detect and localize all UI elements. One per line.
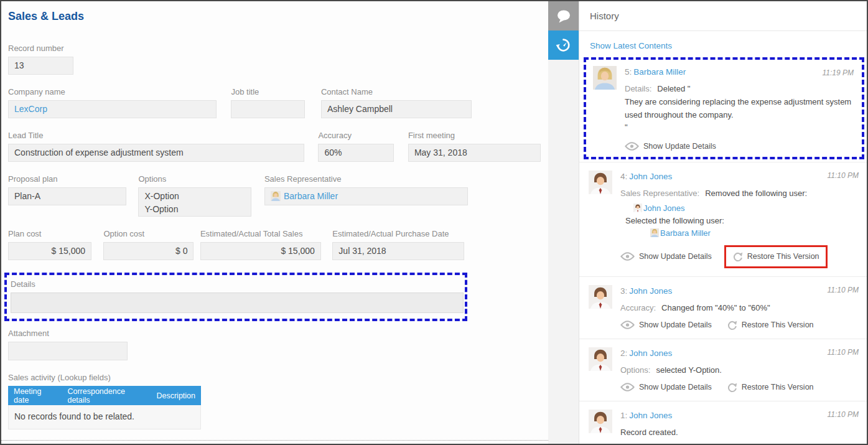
history-panel: History Show Latest Contents 11:19 PM 5:… (579, 1, 867, 444)
restore-refresh-icon (727, 320, 737, 330)
plan-cost-field: $ 15,000 (8, 242, 91, 260)
option-value-x: X-Option (144, 190, 245, 203)
eye-icon (620, 252, 635, 261)
form-row-2: Company name LexCorp Job title Contact N… (8, 87, 548, 118)
proposal-plan-field: Plan-A (8, 187, 126, 205)
entry-1-timestamp: 11:10 PM (828, 410, 859, 419)
entry-2-user-link[interactable]: John Jones (629, 349, 672, 358)
entry-1-number: 1: (620, 411, 627, 420)
entry-5-change-text: Deleted " (657, 84, 690, 93)
column-header-meeting-date: Meeting date (8, 387, 62, 405)
page-title: Sales & Leads (8, 10, 548, 23)
eye-icon (620, 321, 635, 329)
entry-4-field-label: Sales Representative: (620, 189, 699, 198)
history-entry-5: 11:19 PM 5:Barbara Miller Details:Delete… (586, 60, 862, 157)
history-entry-5-highlight: 11:19 PM 5:Barbara Miller Details:Delete… (584, 57, 864, 159)
options-field: X-Option Y-Option (138, 187, 251, 217)
lead-title-label: Lead Title (8, 131, 304, 140)
history-entry-2: 11:10 PM 2:John Jones Options:selected Y… (579, 339, 867, 401)
comments-button[interactable] (548, 1, 579, 30)
sales-representative-link[interactable]: Barbara Miller (284, 191, 338, 201)
options-label: Options (138, 174, 251, 184)
entry-4-timestamp: 11:10 PM (828, 171, 859, 180)
entry-4-change-line: Sales Representative:Removed the followi… (620, 187, 859, 200)
entry-5-number: 5: (625, 67, 632, 77)
entry-4-selected-user-link[interactable]: Barbara Miller (660, 228, 711, 238)
purchase-date-label: Estimated/Actual Purchase Date (332, 229, 464, 238)
sales-activity-section: Sales activity (Lookup fields) Meeting d… (8, 373, 548, 429)
column-header-correspondence-details: Correspondence details (62, 387, 151, 405)
history-button[interactable] (548, 30, 579, 60)
column-header-description: Description (151, 391, 201, 400)
contact-name-field: Ashley Campbell (321, 100, 472, 118)
entry-3-heading: 3:John Jones (620, 286, 859, 296)
entry-5-deleted-text-line-3: " (625, 121, 857, 134)
entry-2-change-line: Options:selected Y-Option. (620, 364, 859, 377)
side-toolbar (548, 1, 579, 444)
entry-4-selected-label: Selected the following user: (620, 216, 859, 225)
attachment-field (8, 342, 128, 360)
details-field-highlight: Details (4, 273, 467, 321)
lead-title-field: Construction of expense adjustment syste… (8, 144, 304, 162)
company-name-field: LexCorp (8, 100, 217, 118)
entry-1-change-line: Record created. (620, 426, 859, 439)
entry-2-show-update-details-button[interactable]: Show Update Details (620, 383, 712, 391)
restore-refresh-icon (727, 382, 737, 393)
entry-1-heading: 1:John Jones (620, 411, 859, 420)
avatar-john-jones (589, 410, 612, 433)
entry-5-timestamp: 11:19 PM (823, 68, 854, 77)
form-row-1: Record number 13 (8, 44, 548, 75)
mini-avatar-barbara-miller (650, 228, 659, 237)
entry-5-deleted-text-line-1: They are considering replacing the expen… (625, 96, 857, 109)
sales-activity-empty-message: No records found to be related. (8, 405, 201, 429)
entry-3-show-update-details-button[interactable]: Show Update Details (620, 321, 712, 329)
accuracy-field: 60% (318, 144, 394, 162)
entry-4-show-update-details-button[interactable]: Show Update Details (620, 252, 712, 261)
entry-3-number: 3: (620, 286, 627, 296)
plan-cost-label: Plan cost (8, 229, 91, 238)
form-row-3: Lead Title Construction of expense adjus… (8, 131, 548, 162)
entry-5-user-link[interactable]: Barbara Miller (633, 67, 686, 77)
purchase-date-field: Jul 31, 2018 (332, 242, 464, 260)
first-meeting-field: May 31, 2018 (408, 144, 541, 162)
entry-2-restore-this-version-button[interactable]: Restore This Version (727, 382, 814, 393)
entry-5-show-update-details-button[interactable]: Show Update Details (625, 142, 716, 151)
entry-4-restore-this-version-button[interactable]: Restore This Version (732, 251, 819, 262)
entry-1-user-link[interactable]: John Jones (629, 411, 672, 420)
option-value-y: Y-Option (144, 203, 245, 216)
history-entry-4: 11:10 PM 4:John Jones Sales Representati… (579, 162, 867, 276)
total-sales-field: $ 15,000 (200, 242, 321, 260)
history-entry-1: 11:10 PM 1:John Jones Record created. Sh… (579, 401, 867, 444)
entry-4-change-text: Removed the following user: (705, 189, 807, 198)
record-detail-panel: Sales & Leads Record number 13 Company n… (1, 1, 548, 444)
entry-5-field-label: Details: (625, 84, 651, 93)
total-sales-label: Estimated/Actual Total Sales (200, 229, 321, 238)
contact-name-label: Contact Name (321, 87, 472, 96)
form-row-4: Proposal plan Plan-A Options X-Option Y-… (8, 174, 548, 217)
sales-representative-label: Sales Representative (264, 174, 468, 184)
details-label: Details (11, 279, 465, 289)
eye-icon (625, 142, 639, 151)
entry-3-change-text: Changed from "40%" to "60%" (661, 303, 770, 312)
company-name-link[interactable]: LexCorp (14, 104, 47, 114)
entry-4-number: 4: (620, 172, 627, 181)
entry-2-field-label: Options: (620, 365, 650, 375)
sales-activity-table: Meeting date Correspondence details Desc… (8, 386, 201, 429)
entry-4-selected-user: Barbara Miller (620, 228, 859, 238)
history-panel-title: History (579, 1, 867, 31)
sales-representative-field: Barbara Miller (264, 187, 468, 205)
accuracy-label: Accuracy (318, 131, 394, 140)
entry-4-user-link[interactable]: John Jones (629, 172, 672, 181)
entry-5-deleted-text-line-2: used throughout the company. (625, 109, 857, 122)
entry-3-timestamp: 11:10 PM (828, 286, 859, 294)
show-latest-contents-link[interactable]: Show Latest Contents (590, 41, 672, 50)
entry-4-removed-user-link[interactable]: John Jones (643, 204, 685, 213)
entry-3-restore-this-version-button[interactable]: Restore This Version (727, 320, 814, 330)
entry-3-user-link[interactable]: John Jones (629, 286, 672, 296)
form-bottom-dotted-divider (1, 440, 548, 441)
avatar-john-jones (589, 285, 612, 309)
record-number-field: 13 (8, 57, 73, 75)
user-avatar-female-icon (271, 191, 281, 201)
restore-refresh-icon (732, 251, 743, 262)
first-meeting-label: First meeting (408, 131, 541, 140)
